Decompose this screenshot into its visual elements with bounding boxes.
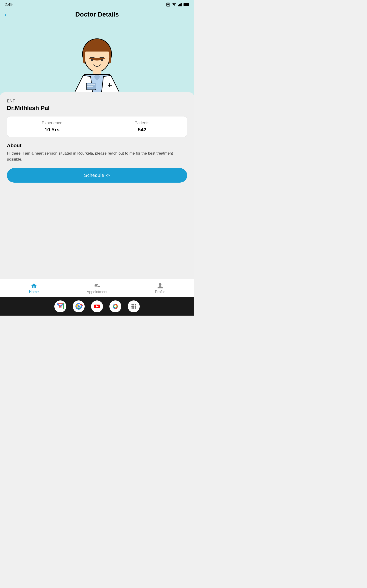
android-taskbar: M <box>0 297 194 316</box>
svg-rect-13 <box>100 57 104 58</box>
appointment-icon <box>94 283 100 289</box>
svg-rect-26 <box>94 285 97 286</box>
header: ‹ Doctor Details <box>0 9 194 21</box>
card-section: ENT Dr.Mithlesh Pal Experience 10 Yrs Pa… <box>0 92 194 279</box>
svg-point-38 <box>114 305 117 308</box>
doctor-avatar: + <box>69 35 125 95</box>
nav-appointment[interactable]: Appointment <box>65 283 128 294</box>
photos-icon[interactable] <box>109 300 121 312</box>
patients-stat: Patients 542 <box>97 116 187 137</box>
about-text: Hi there, I am a heart sergion situated … <box>7 150 187 162</box>
doctor-specialty: ENT <box>7 99 187 104</box>
status-time: 2:49 <box>5 2 13 7</box>
sim-icon <box>166 2 170 7</box>
page-title: Doctor Details <box>75 11 119 18</box>
about-title: About <box>7 143 187 149</box>
home-label: Home <box>29 290 39 294</box>
stats-box: Experience 10 Yrs Patients 542 <box>7 116 187 137</box>
doctor-name: Dr.Mithlesh Pal <box>7 104 187 112</box>
svg-rect-22 <box>87 84 95 85</box>
svg-rect-27 <box>94 287 98 287</box>
patients-label: Patients <box>135 121 150 125</box>
svg-point-42 <box>135 304 136 305</box>
svg-rect-2 <box>178 5 179 6</box>
svg-point-44 <box>133 306 134 307</box>
battery-icon <box>184 3 190 6</box>
svg-rect-3 <box>179 4 180 6</box>
gmail-icon[interactable]: M <box>54 300 66 312</box>
svg-rect-23 <box>87 86 93 87</box>
apps-icon[interactable] <box>128 300 140 312</box>
svg-rect-1 <box>167 4 169 5</box>
bottom-nav: Home Appointment Profile <box>0 279 194 297</box>
experience-value: 10 Yrs <box>44 127 60 133</box>
chrome-icon[interactable] <box>73 300 85 312</box>
experience-label: Experience <box>42 121 62 125</box>
svg-point-41 <box>133 304 134 305</box>
svg-point-14 <box>91 59 93 61</box>
nav-home[interactable]: Home <box>2 283 65 294</box>
svg-point-33 <box>77 305 80 308</box>
home-icon <box>31 283 37 289</box>
svg-point-15 <box>101 59 103 61</box>
nav-profile[interactable]: Profile <box>129 283 192 294</box>
svg-point-48 <box>135 307 136 309</box>
svg-rect-5 <box>181 3 182 6</box>
svg-rect-12 <box>90 57 94 58</box>
svg-point-46 <box>131 307 133 309</box>
profile-icon <box>157 283 163 289</box>
svg-point-43 <box>131 306 133 307</box>
experience-stat: Experience 10 Yrs <box>7 116 97 137</box>
svg-rect-25 <box>94 284 98 284</box>
svg-text:M: M <box>59 304 62 308</box>
svg-point-47 <box>133 307 134 309</box>
back-button[interactable]: ‹ <box>5 11 7 17</box>
appointment-label: Appointment <box>87 290 107 294</box>
signal-icon <box>178 2 182 7</box>
svg-rect-7 <box>184 3 188 6</box>
patients-value: 542 <box>138 127 146 133</box>
youtube-icon[interactable] <box>91 300 103 312</box>
svg-point-45 <box>135 306 136 307</box>
status-bar: 2:49 <box>0 0 194 9</box>
status-icons <box>166 2 190 7</box>
schedule-button[interactable]: Schedule -> <box>7 168 187 183</box>
svg-point-40 <box>131 304 133 305</box>
svg-rect-4 <box>180 4 181 6</box>
avatar-section: + <box>0 21 194 95</box>
svg-text:+: + <box>108 81 112 89</box>
profile-label: Profile <box>155 290 165 294</box>
svg-rect-11 <box>85 52 109 58</box>
wifi-icon <box>172 2 177 7</box>
